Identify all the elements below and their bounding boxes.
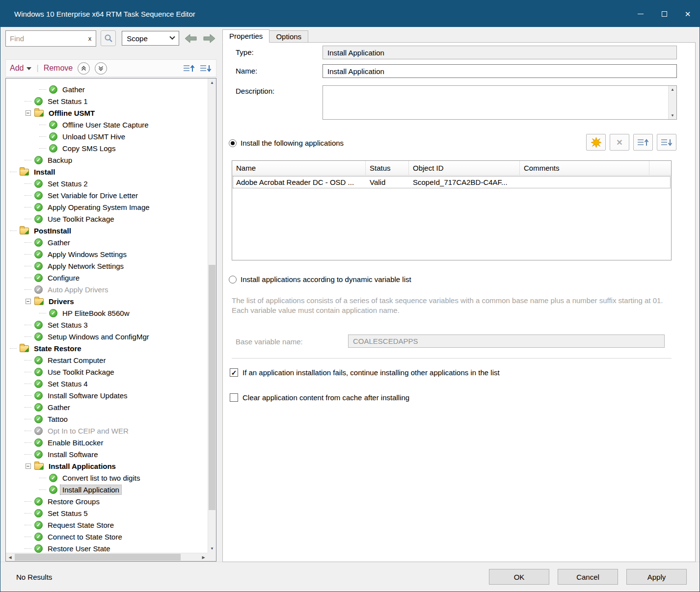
scroll-up-icon[interactable]: ▲ xyxy=(671,87,674,92)
horizontal-scroll-thumb[interactable] xyxy=(15,554,181,561)
tree-item[interactable]: Install Software xyxy=(6,448,208,460)
find-input[interactable] xyxy=(6,34,84,43)
radio-unselected-icon[interactable] xyxy=(229,276,237,283)
description-scrollbar[interactable]: ▲ ▼ xyxy=(668,86,676,119)
tree-item-label: Apply Network Settings xyxy=(46,261,126,271)
search-button[interactable] xyxy=(101,30,116,46)
tree-item[interactable]: Request State Store xyxy=(6,519,208,531)
list-move-down-icon xyxy=(200,64,212,73)
tree-item[interactable]: Backup xyxy=(6,154,208,166)
move-application-up-button[interactable] xyxy=(633,134,653,151)
delete-application-button[interactable]: ✕ xyxy=(610,134,629,151)
tree-collapse-icon[interactable]: − xyxy=(26,463,31,469)
tree-item[interactable]: Set Variable for Drive Letter xyxy=(6,189,208,201)
radio-install-following[interactable]: Install the following applications xyxy=(229,139,344,147)
tree-item[interactable]: Restart Computer xyxy=(6,354,208,366)
move-application-down-button[interactable] xyxy=(657,134,676,151)
base-variable-field: COALESCEDAPPS xyxy=(348,335,665,348)
tree-item[interactable]: Install xyxy=(6,166,208,178)
cancel-button[interactable]: Cancel xyxy=(558,569,618,585)
clear-cache-checkbox-row[interactable]: Clear application content from cache aft… xyxy=(230,393,409,402)
ok-button[interactable]: OK xyxy=(489,569,549,585)
tree-item[interactable]: Tattoo xyxy=(6,413,208,425)
tree-item[interactable]: Set Status 2 xyxy=(6,178,208,189)
tab-options[interactable]: Options xyxy=(269,30,308,43)
close-button[interactable]: ✕ xyxy=(676,0,700,27)
tree-item[interactable]: Offline User State Capture xyxy=(6,119,208,130)
tree-item[interactable]: Restore Groups xyxy=(6,495,208,507)
tree-item[interactable]: −Offline USMT xyxy=(6,107,208,119)
tree-item[interactable]: −Install Applications xyxy=(6,460,208,472)
tree-item[interactable]: Connect to State Store xyxy=(6,531,208,542)
tree-item[interactable]: Install Software Updates xyxy=(6,389,208,401)
tree-item[interactable]: −Drivers xyxy=(6,295,208,307)
find-clear-button[interactable]: x xyxy=(84,35,96,42)
tree-item[interactable]: Restore User State xyxy=(6,542,208,553)
tree-item[interactable]: Gather xyxy=(6,401,208,413)
scroll-left-icon[interactable]: ◀ xyxy=(6,553,14,561)
scroll-down-icon[interactable]: ▼ xyxy=(208,544,216,553)
name-field[interactable]: Install Application xyxy=(323,64,677,78)
checkbox-checked-icon[interactable] xyxy=(230,368,238,377)
tree-item[interactable]: Enable BitLocker xyxy=(6,437,208,448)
tree-item[interactable]: State Restore xyxy=(6,342,208,354)
remove-button[interactable]: Remove xyxy=(44,64,73,73)
tree-item[interactable]: Set Status 5 xyxy=(6,507,208,519)
tree-item[interactable]: Set Status 1 xyxy=(6,95,208,107)
tree-item[interactable]: Unload USMT Hive xyxy=(6,130,208,142)
checkbox-unchecked-icon[interactable] xyxy=(230,393,238,402)
description-field[interactable]: ▲ ▼ xyxy=(323,85,677,120)
maximize-button[interactable] xyxy=(652,0,676,27)
continue-on-fail-checkbox-row[interactable]: If an application installation fails, co… xyxy=(230,368,500,377)
tree-item[interactable]: Use Toolkit Package xyxy=(6,366,208,378)
expand-all-button[interactable] xyxy=(95,62,107,75)
move-step-up-button[interactable] xyxy=(183,62,195,74)
tree-item[interactable]: Install Application xyxy=(6,484,208,495)
tree-item[interactable]: Apply Network Settings xyxy=(6,260,208,272)
chevron-double-down-icon xyxy=(98,65,104,72)
tree-item[interactable]: Use Toolkit Package xyxy=(6,213,208,225)
tree-item[interactable]: Set Status 3 xyxy=(6,319,208,331)
table-cell: ScopeId_717CA2BD-C4AF... xyxy=(409,176,520,189)
find-next-button[interactable] xyxy=(202,31,216,45)
tree-item[interactable]: Convert list to two digits xyxy=(6,472,208,484)
add-button[interactable]: Add xyxy=(10,64,31,73)
tree-item[interactable]: Set Status 4 xyxy=(6,378,208,389)
tree-item-label: Set Variable for Drive Letter xyxy=(46,191,140,200)
column-header[interactable]: Status xyxy=(366,161,409,175)
move-step-down-button[interactable] xyxy=(199,62,212,74)
radio-selected-icon[interactable] xyxy=(229,139,237,147)
tree-horizontal-scrollbar[interactable]: ◀ ▶ xyxy=(6,553,208,561)
scroll-right-icon[interactable]: ▶ xyxy=(199,553,208,561)
minimize-button[interactable] xyxy=(629,0,652,27)
tree-item[interactable]: HP EliteBook 8560w xyxy=(6,307,208,319)
column-header[interactable]: Name xyxy=(232,161,366,175)
tree-item[interactable]: Gather xyxy=(6,83,208,95)
tab-properties[interactable]: Properties xyxy=(222,29,269,43)
tree-item[interactable]: Auto Apply Drivers xyxy=(6,283,208,295)
add-application-button[interactable] xyxy=(586,134,606,151)
tree-item[interactable]: Setup Windows and ConfigMgr xyxy=(6,331,208,342)
scroll-down-icon[interactable]: ▼ xyxy=(671,113,674,118)
tree-item[interactable]: Gather xyxy=(6,236,208,248)
scope-dropdown[interactable]: Scope xyxy=(122,31,179,46)
tree-item[interactable]: Opt In to CEIP and WER xyxy=(6,425,208,437)
scroll-up-icon[interactable]: ▲ xyxy=(208,78,216,87)
collapse-all-button[interactable] xyxy=(78,62,90,75)
tree-item[interactable]: Copy SMS Logs xyxy=(6,142,208,154)
tree-collapse-icon[interactable]: − xyxy=(26,299,31,304)
radio-dynamic-variable[interactable]: Install applications according to dynami… xyxy=(229,275,411,283)
vertical-scroll-thumb[interactable] xyxy=(209,265,215,510)
step-success-check-icon xyxy=(49,132,57,141)
apply-button[interactable]: Apply xyxy=(626,569,687,585)
tree-collapse-icon[interactable]: − xyxy=(26,110,31,116)
column-header[interactable]: Object ID xyxy=(409,161,520,175)
tree-item[interactable]: PostInstall xyxy=(6,225,208,236)
tree-vertical-scrollbar[interactable]: ▲ ▼ xyxy=(208,78,216,553)
find-previous-button[interactable] xyxy=(184,31,198,45)
tree-item[interactable]: Configure xyxy=(6,272,208,283)
table-row[interactable]: Adobe Acrobat Reader DC - OSD ...ValidSc… xyxy=(232,176,671,189)
tree-item[interactable]: Apply Windows Settings xyxy=(6,248,208,260)
column-header[interactable]: Comments xyxy=(520,161,649,175)
tree-item[interactable]: Apply Operating System Image xyxy=(6,201,208,213)
